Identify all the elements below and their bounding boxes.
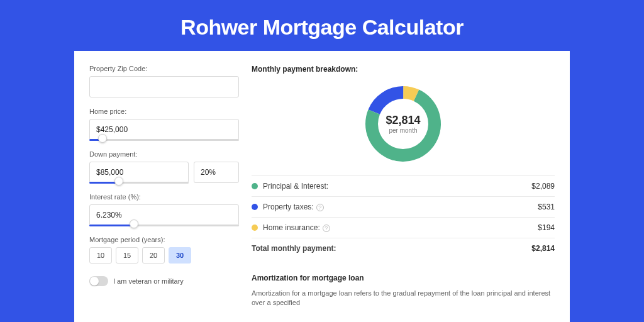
breakdown-panel: Monthly payment breakdown: $2,814 per mo… xyxy=(252,65,555,308)
period-btn-15[interactable]: 15 xyxy=(116,247,138,264)
zip-input[interactable] xyxy=(89,76,239,97)
home-price-field: Home price: xyxy=(89,108,239,140)
interest-slider-thumb[interactable] xyxy=(130,219,138,228)
amortization-title: Amortization for mortgage loan xyxy=(252,274,555,282)
donut-chart-area: $2,814 per month xyxy=(252,80,555,169)
breakdown-label: Principal & Interest: xyxy=(263,182,531,191)
veteran-row: I am veteran or military xyxy=(89,276,239,286)
down-payment-slider[interactable] xyxy=(89,182,189,184)
breakdown-row: Principal & Interest:$2,089 xyxy=(252,176,555,197)
veteran-toggle[interactable] xyxy=(89,276,108,286)
donut-value: $2,814 xyxy=(386,114,420,127)
breakdown-row: Home insurance:?$194 xyxy=(252,218,555,238)
form-panel: Property Zip Code: Home price: Down paym… xyxy=(89,65,239,308)
breakdown-value: $531 xyxy=(538,203,555,211)
home-price-slider-thumb[interactable] xyxy=(98,134,107,143)
period-btn-20[interactable]: 20 xyxy=(142,247,165,264)
home-price-slider[interactable] xyxy=(89,139,239,141)
legend-dot xyxy=(252,183,258,189)
page-title: Rohwer Mortgage Calculator xyxy=(0,0,644,51)
info-icon[interactable]: ? xyxy=(316,204,324,211)
breakdown-label: Home insurance:? xyxy=(263,223,538,232)
interest-label: Interest rate (%): xyxy=(89,193,239,201)
amortization-section: Amortization for mortgage loan Amortizat… xyxy=(252,271,555,308)
amortization-text: Amortization for a mortgage loan refers … xyxy=(252,289,555,308)
breakdown-row: Property taxes:?$531 xyxy=(252,197,555,218)
period-label: Mortgage period (years): xyxy=(89,236,239,243)
down-payment-pct-input[interactable] xyxy=(194,162,239,183)
zip-label: Property Zip Code: xyxy=(89,65,239,72)
veteran-label: I am veteran or military xyxy=(113,277,184,285)
breakdown-title: Monthly payment breakdown: xyxy=(252,65,555,74)
zip-field: Property Zip Code: xyxy=(89,65,239,97)
total-value: $2,814 xyxy=(531,244,555,253)
down-payment-label: Down payment: xyxy=(89,150,239,158)
calculator-card: Property Zip Code: Home price: Down paym… xyxy=(74,51,570,322)
period-field: Mortgage period (years): 10152030 xyxy=(89,236,239,264)
total-label: Total monthly payment: xyxy=(252,244,531,253)
legend-dot xyxy=(252,204,258,210)
donut-subtext: per month xyxy=(389,127,417,134)
home-price-label: Home price: xyxy=(89,108,239,115)
period-btn-30[interactable]: 30 xyxy=(169,247,191,264)
interest-slider[interactable] xyxy=(89,225,239,226)
down-payment-slider-thumb[interactable] xyxy=(114,177,123,186)
breakdown-list: Principal & Interest:$2,089Property taxe… xyxy=(252,175,555,238)
period-group: 10152030 xyxy=(89,247,239,264)
down-payment-input[interactable] xyxy=(89,162,189,183)
breakdown-label: Property taxes:? xyxy=(263,203,538,211)
total-row: Total monthly payment: $2,814 xyxy=(252,238,555,258)
breakdown-value: $194 xyxy=(538,223,555,232)
legend-dot xyxy=(252,225,258,231)
home-price-input[interactable] xyxy=(89,119,239,140)
info-icon[interactable]: ? xyxy=(323,225,330,232)
interest-field: Interest rate (%): xyxy=(89,193,239,226)
interest-input[interactable] xyxy=(89,204,239,226)
down-payment-field: Down payment: xyxy=(89,150,239,183)
donut-chart: $2,814 per month xyxy=(363,84,443,164)
breakdown-value: $2,089 xyxy=(531,182,555,191)
period-btn-10[interactable]: 10 xyxy=(89,247,112,264)
